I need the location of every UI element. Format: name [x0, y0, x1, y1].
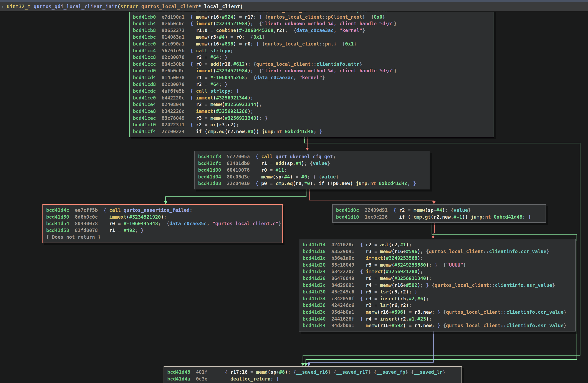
address-token: bcd41d40 [303, 316, 331, 322]
address-token: bcd41ce4 [133, 101, 162, 108]
bytes-token: 81450078 [162, 74, 190, 81]
asm-token: ; [426, 296, 429, 301]
basic-block-bcd41d0c[interactable]: bcd41d0c22409d91{ r2 = memw(sp+#4); {val… [332, 204, 546, 223]
asm-row[interactable]: bcd41d24b342220c{ immext(#3256921280); [303, 268, 575, 275]
asm-row[interactable]: bcd41ce8b342220c immext(#3256921280); [133, 108, 494, 115]
asm-token: ; [313, 181, 319, 186]
asm-row[interactable]: bcd41d3c95d4b0a1 memw(r16+#596) = r3.new… [303, 309, 575, 316]
asm-row[interactable]: bcd41d2886478049 r6 = memw(#3256921340); [303, 275, 575, 282]
basic-block-bcd41d4c[interactable]: bcd41d4cee7cff5b{ call qurtos_assertion_… [42, 204, 283, 243]
asm-row[interactable]: bcd41d101ec0c226 if (!cmp.gt(r2.new,#-1)… [336, 214, 546, 220]
asm-row[interactable]: bcd41d402441628f{ r4 = insert(r2,#1,#25)… [303, 316, 575, 322]
asm-row[interactable]: bcd41d18a3529091 r3 = memw(r16+#596); {q… [303, 248, 575, 255]
asm-row[interactable]: bcd41cd481450078 r1 = #-1060445268; {dat… [133, 74, 494, 81]
asm-token: r4 [366, 316, 372, 322]
asm-row[interactable]: bcd41d5881fd0078 r1 = #492; } [46, 227, 282, 234]
asm-row[interactable]: bcd41d2085c18049 r5 = memw(#3249253580);… [303, 262, 575, 268]
asm-row[interactable]: bcd41cec83c78049 r3 = memw(#3256921340);… [133, 115, 494, 122]
asm-token: sp [428, 208, 434, 213]
function-signature[interactable]: uint32_t qurtos_qdi_local_client_init(st… [7, 4, 243, 10]
basic-block-bcd41cf8[interactable]: bcd41cf85c72005a{ call qurt_ukernel_cfg_… [194, 151, 430, 190]
asm-row[interactable]: bcd41cb0e7d190a1{ memw(r16+#924) = r17; … [133, 14, 494, 20]
asm-token: ) [417, 255, 420, 261]
asm-token: pClient_next [328, 14, 362, 20]
asm-row[interactable]: bcd41cf0024223f1{ r2 = or(r3,r2); [133, 121, 494, 128]
address-token: bcd41d4c [46, 207, 75, 214]
asm-token: ; { [420, 249, 429, 254]
asm-row[interactable]: bcd41d38424246c6 r2 = lsr(r6,r2); [303, 302, 575, 309]
asm-token: { [190, 21, 196, 26]
asm-token: #3256921280 [386, 269, 417, 274]
asm-token: = [267, 181, 275, 186]
asm-row[interactable]: bcd41d508d6b0c0c immext(#3234521920); [46, 214, 282, 220]
asm-token: = [371, 283, 380, 288]
basic-block-bcd41cac[interactable]: bcd41cac98c090a1 memw(r16+#608) = r0; } … [129, 4, 494, 137]
asm-row[interactable]: bcd41d1cb36e1a0c immext(#3249253568); [303, 255, 575, 262]
asm-row[interactable]: bcd41ce402408049 r2 = memw(#3256921344); [133, 101, 494, 108]
asm-token: 0xbcd41d48 [494, 214, 522, 220]
asm-token: ( [408, 214, 411, 220]
asm-token: ; [420, 283, 426, 288]
asm-row[interactable]: bcd41d5480430078 r0 = #-1060445348; {dat… [46, 220, 282, 227]
asm-row[interactable]: bcd41cf42cc00224 if (cmp.eq(r2.new,#0)) … [133, 128, 494, 135]
asm-token: if [319, 181, 327, 186]
asm-token: __saved_lr [414, 369, 442, 375]
asm-row[interactable]: bcd41cc45676fe5b{ call strlcpy; [133, 47, 494, 54]
asm-token: r2.new [228, 129, 245, 134]
address-token: bcd41ccc [133, 61, 162, 68]
asm-token: r2 [366, 242, 372, 247]
asm-row[interactable]: bcd41d0c22409d91{ r2 = memw(sp+#4); {val… [336, 207, 546, 214]
asm-row[interactable]: bcd41d34c342058f{ r3 = insert(r5,#2,#6); [303, 295, 575, 302]
asm-row[interactable]: bcd41cb48e6b0c0c{ immext(#3234521984); {… [133, 20, 494, 27]
asm-token: + [389, 309, 392, 315]
asm-row[interactable]: bcd41cd802c80078 r2 = #64; } [133, 81, 494, 88]
asm-token: lsr [380, 289, 389, 294]
asm-token: memw [210, 115, 222, 121]
asm-token: if [196, 129, 205, 134]
asm-row[interactable]: bcd41cdc4af6fe5b{ call strlcpy; } [133, 88, 494, 95]
asm-token: #3249253568 [386, 255, 417, 261]
asm-row[interactable]: bcd41d48401f{ r17:16 = memd(sp+#8); {__s… [167, 369, 462, 376]
asm-token: ( [389, 242, 392, 247]
asm-token: ) [256, 115, 259, 121]
asm-row[interactable]: bcd41ce0b442220c{ immext(#3256921344); [133, 95, 494, 101]
address-token: bcd41d00 [198, 167, 227, 173]
asm-row[interactable]: { Does not return } [46, 234, 282, 241]
asm-row[interactable]: bcd41cf85c72005a{ call qurt_ukernel_cfg_… [198, 153, 430, 160]
asm-token: clientinfo.ccr_value [506, 309, 564, 315]
asm-row[interactable]: bcd41ccc804c30b0{ r0 = add(r16,#612); {q… [133, 61, 494, 68]
asm-row[interactable]: bcd41d0480c05d3c memw(sp+#4) = #0; } {va… [198, 173, 430, 180]
asm-row[interactable]: bcd41d0060410078 r0 = #11; [198, 167, 430, 173]
basic-block-bcd41d14[interactable]: bcd41d144241028c{ r2 = asl(r2,#1);bcd41d… [299, 239, 576, 331]
asm-token: } [236, 88, 239, 94]
asm-token: , [231, 61, 233, 67]
asm-row[interactable]: bcd41cc0d1c090a1 memw(r16+#836) = r0; } … [133, 40, 494, 47]
asm-row[interactable]: bcd41d4cee7cff5b{ call qurtos_assertion_… [46, 207, 282, 214]
asm-token: r6 [366, 276, 372, 281]
asm-token: ) [282, 28, 285, 33]
asm-row[interactable]: bcd41cc802c80078 r2 = #64; } [133, 54, 494, 61]
asm-row[interactable]: bcd41cfc81401db0 r1 = add(sp,#4); {value… [198, 160, 430, 167]
asm-token: qurtos_local_client [446, 323, 501, 328]
asm-token: immext [196, 21, 213, 26]
asm-row[interactable]: bcd41d4a0c3e dealloc_return; } [167, 376, 462, 382]
bytes-token: a3529091 [331, 248, 360, 255]
asm-row[interactable]: bcd41cbc014083a1 memw(r3+#4) = r0; {0x1} [133, 34, 494, 40]
basic-block-bcd41d48[interactable]: bcd41d48401f{ r17:16 = memd(sp+#8); {__s… [164, 366, 462, 383]
asm-row[interactable]: bcd41d2c84d29091 r4 = memw(r16+#592); } … [303, 282, 575, 289]
asm-token: = [371, 242, 380, 247]
asm-row[interactable]: bcd41d4494d2b0a1 memw(r16+#592) = r4.new… [303, 322, 575, 329]
asm-token: } [438, 309, 443, 315]
asm-row[interactable]: bcd41d3045c245c6{ r5 = lsr(r5,r2); } [303, 288, 575, 295]
address-token: bcd41cfc [198, 160, 227, 167]
asm-token: } [413, 181, 416, 186]
asm-row[interactable]: bcd41cd08e6b0c0c immext(#3234521984); {"… [133, 67, 494, 74]
asm-row[interactable]: bcd41d0822c04010{ p0 = cmp.eq(r0,#0); if… [198, 180, 430, 187]
bytes-token: b442220c [162, 95, 190, 101]
asm-row[interactable]: bcd41d144241028c{ r2 = asl(r2,#1); [303, 241, 575, 248]
asm-row[interactable]: bcd41cb880652273 r1:0 = combine(#-106044… [133, 27, 494, 34]
collapse-caret-icon[interactable]: ▸ [2, 4, 4, 9]
asm-token: ( [392, 262, 394, 268]
asm-token: ) [225, 34, 228, 40]
asm-token: r2 [276, 28, 282, 33]
